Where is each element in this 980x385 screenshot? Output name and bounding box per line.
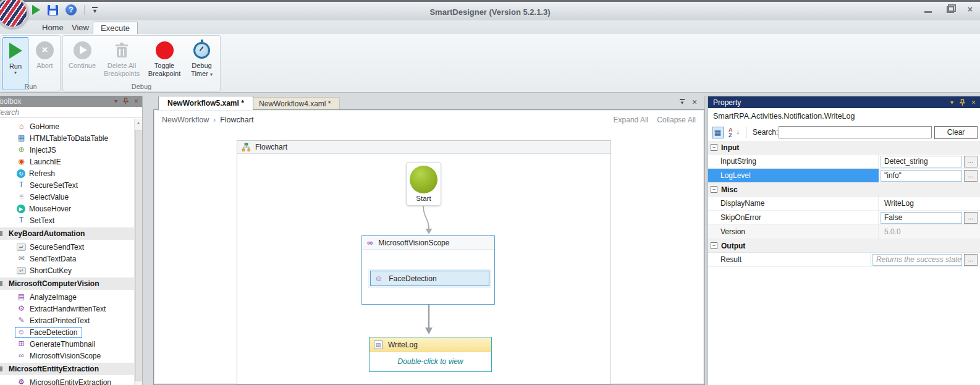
toolbox-item-mousehover[interactable]: ▶MouseHover [0,203,134,214]
breakpoint-icon [156,41,174,59]
document-tab-newworkflow4[interactable]: NewWorkflow4.xaml * [250,97,340,110]
extract-handwritten-text-icon: ⚙ [17,304,26,313]
property-value: 5.0.0 [881,227,901,236]
property-section-output[interactable]: −Output [708,239,980,253]
toolbox-item-launchie[interactable]: ◉LaunchIE [0,156,134,167]
property-value-input[interactable]: Detect_string [881,156,962,167]
property-toolbar: ▦ AZ↓ Search: Clear [708,124,980,141]
property-value-input[interactable]: Returns the success state [872,254,962,266]
toolbox-item-label: LaunchIE [30,158,61,166]
toolbox-item-settext[interactable]: TSetText [0,214,134,226]
property-row-result[interactable]: ResultReturns the success state... [708,253,980,267]
toolbox-close-icon[interactable]: × [134,98,138,104]
toolbox-item-analyzeimage[interactable]: ▤AnalyzeImage [0,291,134,303]
property-value-input[interactable]: "info" [881,170,962,182]
restore-button[interactable] [947,6,954,13]
toolbox-pin-icon[interactable] [123,98,129,105]
toolbox-item-refresh[interactable]: ↻Refresh [0,167,134,179]
toolbox-menu-icon[interactable]: ▾ [114,98,117,104]
debug-timer-button[interactable]: Debug Timer ▾ [185,37,219,83]
toolbox-item-microsoftentityextraction[interactable]: ⚙MicrosoftEntityExtraction [0,376,134,385]
collapse-icon[interactable]: − [711,186,717,193]
save-icon[interactable] [48,5,58,15]
face-detection-icon: ☺ [17,328,26,337]
start-node[interactable]: Start [406,162,441,206]
continue-icon [74,41,91,59]
ellipsis-button[interactable]: ... [964,254,978,266]
close-button[interactable]: × [968,5,973,14]
collapse-all-link[interactable]: Collapse All [657,116,696,124]
property-row-version[interactable]: Version5.0.0 [708,225,980,239]
timer-dropdown-icon[interactable]: ▾ [210,72,213,77]
toolbox-item-facedetection[interactable]: ☺FaceDetection [0,326,134,338]
ellipsis-button[interactable]: ... [964,156,978,167]
property-row-displayname[interactable]: DisplayNameWriteLog [708,197,980,211]
collapse-icon[interactable]: − [711,144,717,151]
toolbox-item-label: MicrosoftEntityExtraction [30,378,111,385]
toolbox-item-selectvalue[interactable]: ≡SelectValue [0,191,134,203]
tab-view[interactable]: View [64,22,96,34]
toolbox-section-keyboardautomation[interactable]: KeyBoardAutomation [0,227,134,240]
breadcrumb-current[interactable]: Flowchart [220,116,253,124]
property-pin-icon[interactable] [960,99,965,106]
help-icon[interactable]: ? [65,4,77,15]
scrollbar-thumb[interactable] [135,130,142,381]
property-section-misc[interactable]: −Misc [708,183,980,197]
toggle-breakpoint-button[interactable]: Toggle Breakpoint [145,37,184,83]
toolbox-item-label: SendTextData [30,255,76,263]
breadcrumb-root[interactable]: NewWorkflow [162,116,209,124]
toolbox-item-extractprintedtext[interactable]: ✎ExtractPrintedText [0,315,134,326]
toolbox-item-label: GoHome [30,122,59,131]
microsoftvisionscope-node[interactable]: ∞ MicrosoftVisionScope ☺ FaceDetection [361,235,495,305]
minimize-button[interactable] [924,11,932,13]
run-dropdown-icon[interactable]: ▾ [3,70,28,75]
sort-az-icon[interactable]: AZ↓ [729,127,740,138]
categorized-view-icon[interactable]: ▦ [712,127,724,138]
toolbox-item-label: SecureSendText [30,243,84,252]
document-tab-newworkflow5[interactable]: NewWorkflow5.xaml * [158,96,253,110]
toolbox-item-microsoftvisionscope[interactable]: ∞MicrosoftVisionScope [0,350,134,362]
facedetection-node[interactable]: ☺ FaceDetection [370,271,489,286]
writelog-node[interactable]: ▤ WriteLog Double-click to view [369,337,492,372]
property-value-input[interactable]: False [881,212,962,224]
toolbox-item-sendtextdata[interactable]: ✉SendTextData [0,253,134,264]
writelog-node-icon: ▤ [374,341,382,349]
toolbox-section-microsoftcomputervision[interactable]: MicrosoftComputerVision [0,277,134,290]
property-row-loglevel[interactable]: LogLevel"info"... [708,169,980,183]
property-row-skiponerror[interactable]: SkipOnErrorFalse... [708,211,980,225]
breadcrumb-separator-icon: › [213,116,216,124]
tab-execute[interactable]: Execute [93,22,138,35]
collapse-icon[interactable]: − [711,242,717,249]
run-group-label: Run [1,83,60,90]
toolbox-item-securesettext[interactable]: TSecureSetText [0,179,134,191]
customize-toolbar-icon[interactable]: ▼ [92,7,98,14]
property-search-input[interactable] [779,126,932,138]
quick-run-icon[interactable] [32,5,40,15]
toolbox-header: Toolbox ▾ × [0,96,142,107]
toolbox-item-gohome[interactable]: ⌂GoHome [0,121,134,132]
toolbox-item-htmltabletodatatable[interactable]: ▦HTMLTableToDataTable [0,132,134,144]
expand-all-link[interactable]: Expand All [614,116,649,124]
property-section-label: Input [721,143,739,152]
trash-icon [114,42,129,59]
run-play-icon [9,43,22,59]
tab-list-icon[interactable]: ▼ [680,99,685,106]
ellipsis-button[interactable]: ... [964,212,978,224]
clear-button[interactable]: Clear [934,126,978,139]
scroll-up-icon[interactable]: ▲ [135,119,142,127]
toolbox-search-input[interactable]: Search [0,107,142,118]
toolbox-item-extracthandwrittentext[interactable]: ⚙ExtractHandwrittenText [0,303,134,315]
document-close-icon[interactable]: × [692,98,697,106]
toolbox-item-generatethumbnail[interactable]: ⊞GenerateThumbnail [0,338,134,350]
toolbox-section-microsoftentityextraction[interactable]: MicrosoftEntityExtraction [0,363,134,375]
toolbox-scrollbar[interactable]: ▲ [134,119,142,385]
toolbox-item-securesendtext[interactable]: ↵SecureSendText [0,241,134,253]
toolbox-item-label: SecureSetText [30,181,78,190]
toolbox-item-shortcutkey[interactable]: ↵ShortCutKey [0,264,134,276]
ellipsis-button[interactable]: ... [964,170,978,182]
toolbox-item-injectjs[interactable]: ⊕InjectJS [0,144,134,156]
property-section-input[interactable]: −Input [708,141,980,154]
property-menu-icon[interactable]: ▾ [950,99,953,106]
property-close-icon[interactable]: × [971,99,976,106]
property-row-inputstring[interactable]: InputStringDetect_string... [708,154,980,169]
